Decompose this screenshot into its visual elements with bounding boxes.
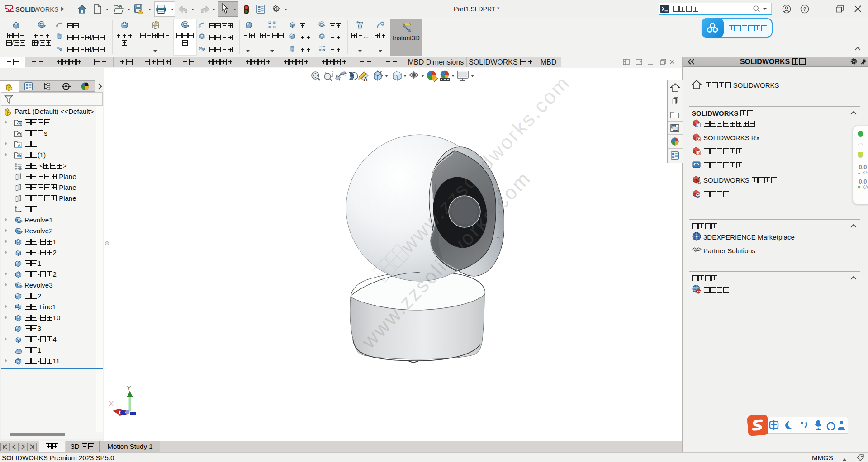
svg-text:A: A <box>364 76 368 83</box>
svg-text:Y: Y <box>127 384 131 391</box>
svg-text:Fx: Fx <box>697 151 700 155</box>
svg-text:?: ? <box>803 6 806 12</box>
svg-text:X: X <box>109 400 114 407</box>
svg-text:WORKS: WORKS <box>34 6 58 13</box>
svg-text:sw: sw <box>697 290 702 293</box>
svg-text:Fx: Fx <box>697 138 700 141</box>
svg-text:SOLID: SOLID <box>15 6 36 13</box>
